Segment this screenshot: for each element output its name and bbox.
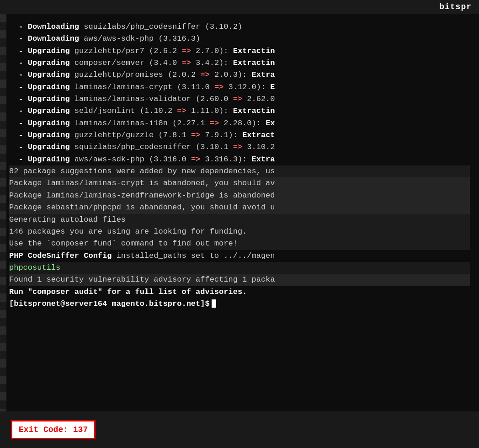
terminal-line: - Upgrading seld/jsonlint (1.10.2 => 1.1… xyxy=(9,105,470,117)
terminal-line: 82 package suggestions were added by new… xyxy=(9,165,470,177)
terminal-line: - Downloading squizlabs/php_codesniffer … xyxy=(9,21,470,33)
terminal-prompt-line: [bitspronet@server164 magento.bitspro.ne… xyxy=(9,298,470,310)
terminal-line: PHP CodeSniffer Config installed_paths s… xyxy=(9,250,470,262)
exit-code-box: Exit Code: 137 xyxy=(11,420,96,439)
terminal-container: - Downloading squizlabs/php_codesniffer … xyxy=(0,14,479,411)
exit-code-label: Exit Code: 137 xyxy=(19,425,88,434)
terminal-line: - Upgrading composer/semver (3.4.0 => 3.… xyxy=(9,57,470,69)
terminal-line: Generating autoload files xyxy=(9,214,470,226)
terminal-line: - Upgrading laminas/laminas-i18n (2.27.1… xyxy=(9,117,470,129)
terminal-line: phpcosutils xyxy=(9,262,470,274)
terminal-line: Package laminas/laminas-crypt is abandon… xyxy=(9,177,470,189)
terminal-line: Use the `composer fund` command to find … xyxy=(9,238,470,250)
terminal-line: - Upgrading guzzlehttp/guzzle (7.8.1 => … xyxy=(9,129,470,141)
terminal-line: Found 1 security vulnerability advisory … xyxy=(9,274,470,286)
terminal-line: - Upgrading guzzlehttp/psr7 (2.6.2 => 2.… xyxy=(9,45,470,57)
header-title: bitspr xyxy=(439,2,472,11)
terminal-line: Package sebastian/phpcpd is abandoned, y… xyxy=(9,202,470,213)
terminal-line: Package laminas/laminas-zendframework-br… xyxy=(9,190,470,202)
terminal-line: - Upgrading laminas/laminas-validator (2… xyxy=(9,93,470,105)
terminal-line: - Upgrading guzzlehttp/promises (2.0.2 =… xyxy=(9,69,470,81)
terminal-line: - Upgrading laminas/laminas-crypt (3.11.… xyxy=(9,81,470,93)
terminal-line: - Upgrading aws/aws-sdk-php (3.316.0 => … xyxy=(9,154,470,165)
terminal-line: - Upgrading squizlabs/php_codesniffer (3… xyxy=(9,141,470,153)
terminal-line: Run "composer audit" for a full list of … xyxy=(9,286,470,298)
header-bar: bitspr xyxy=(0,0,479,14)
bottom-bar: Exit Code: 137 xyxy=(0,411,479,448)
terminal-line: - Downloading aws/aws-sdk-php (3.316.3) xyxy=(9,33,470,45)
terminal-line: 146 packages you are using are looking f… xyxy=(9,226,470,238)
